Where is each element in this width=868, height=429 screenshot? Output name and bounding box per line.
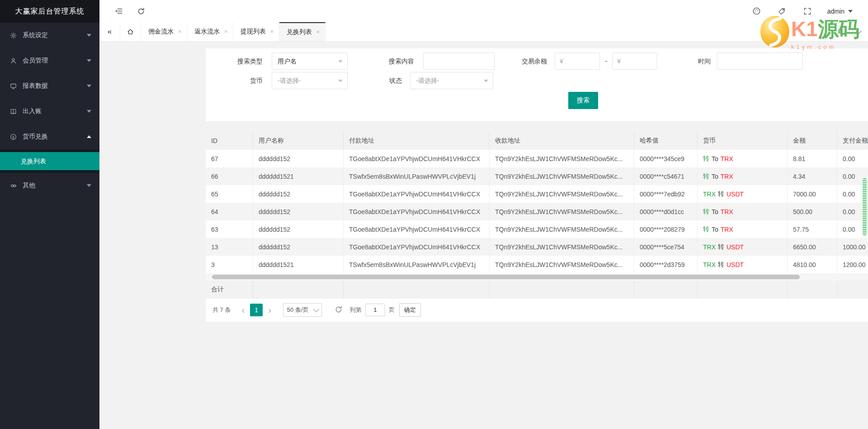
home-tab-icon[interactable] — [120, 22, 141, 41]
sidebar-item-other[interactable]: 其他 — [0, 173, 99, 198]
currency-segment: 转 — [703, 155, 709, 163]
theme-palette-icon[interactable] — [751, 6, 762, 17]
cell-username: dddddd1521 — [253, 256, 344, 273]
search-type-value: 用户名 — [278, 57, 297, 65]
time-label: 时间 — [661, 52, 711, 70]
page-size-select[interactable]: 50 条/页 — [283, 303, 322, 317]
svg-text:$: $ — [12, 135, 14, 139]
sidebar-item-account[interactable]: 出入账 — [0, 99, 99, 124]
search-button[interactable]: 搜索 — [568, 92, 598, 109]
column-header: ID — [206, 132, 253, 150]
chevron-down-icon — [87, 85, 91, 87]
table-row: 3dddddd1521TSwfx5em8sBxWinULPaswHWVPLcVj… — [206, 256, 868, 273]
cell-currency: TRX转USDT — [698, 256, 788, 273]
app-window: 大赢家后台管理系统 系统设定会员管理报表数据出入账$货币兑换兑换列表其他 — [0, 0, 868, 429]
amount-max-input[interactable] — [613, 53, 657, 69]
currency-segment: TRX — [721, 173, 733, 180]
totals-label-cell: 合计 — [206, 281, 253, 299]
search-content-input[interactable] — [424, 53, 494, 69]
currency-segment: 转 — [703, 208, 709, 216]
tab-佣金流水[interactable]: 佣金流水× — [141, 22, 187, 41]
vertical-scrollbar-thumb[interactable] — [863, 178, 867, 235]
status-label: 状态 — [345, 72, 402, 89]
tab-兑换列表[interactable]: 兑换列表× — [279, 22, 326, 41]
sidebar-item-member[interactable]: 会员管理 — [0, 48, 99, 73]
cell-hash: 0000****d0d1cc — [634, 203, 698, 220]
tabs-scroll-right-icon[interactable]: » — [830, 22, 849, 41]
tab-提现列表[interactable]: 提现列表× — [233, 22, 279, 41]
topbar: admin — [99, 0, 868, 22]
tab-list: 佣金流水×返水流水×提现列表×兑换列表× — [141, 22, 326, 41]
column-header: 付款地址 — [344, 132, 490, 150]
sidebar-item-label: 货币兑换 — [21, 133, 87, 141]
tab-label: 佣金流水 — [148, 28, 174, 36]
cell-hash: 0000****2d3759 — [634, 256, 698, 273]
prev-page-icon[interactable]: ‹ — [237, 305, 249, 315]
cell-pay-address: TGoe8abtXDe1aYPVhjwDCUmH641VHkrCCX — [344, 185, 490, 203]
sidebar-item-label: 报表数据 — [21, 82, 87, 90]
sidebar-item-system[interactable]: 系统设定 — [0, 23, 99, 48]
tab-close-icon[interactable]: × — [224, 29, 227, 35]
cell-hash: 0000****7edb92 — [634, 185, 698, 203]
cell-pay-address: TGoe8abtXDe1aYPVhjwDCUmH641VHkrCCX — [344, 203, 490, 220]
cell-hash: 0000****208279 — [634, 220, 698, 238]
tab-close-icon[interactable]: × — [316, 29, 320, 35]
pager-refresh-icon[interactable] — [335, 305, 344, 315]
totals-empty-cell — [634, 281, 698, 299]
totals-empty-cell — [698, 281, 788, 299]
table-row: 66dddddd1521TSwfx5em8sBxWinULPaswHWVPLcV… — [206, 167, 868, 185]
cell-pay-amount: 1200.00 — [837, 256, 868, 273]
sidebar-item-label: 出入账 — [21, 107, 87, 115]
chevron-down-icon — [848, 10, 853, 13]
currency-segment: TRX — [703, 191, 716, 198]
cell-hash: 0000****5ce754 — [634, 238, 698, 256]
tab-返水流水[interactable]: 返水流水× — [187, 22, 233, 41]
tabs-scroll-left-icon[interactable]: « — [99, 22, 120, 41]
collapse-menu-icon[interactable] — [113, 6, 124, 17]
tab-label: 兑换列表 — [287, 28, 312, 36]
tabbar: « 佣金流水×返水流水×提现列表×兑换列表× » — [99, 22, 868, 42]
goto-label: 到第 — [350, 306, 362, 314]
table-region: ID用户名称付款地址收款地址哈希值货币金额支付金额状态67dddddd152TG… — [206, 132, 868, 273]
cell-hash: 0000****c54671 — [634, 167, 698, 185]
goto-confirm-button[interactable]: 确定 — [399, 303, 421, 317]
cell-pay-address: TGoe8abtXDe1aYPVhjwDCUmH641VHkrCCX — [344, 238, 490, 256]
currency-select[interactable]: -请选择- — [272, 72, 348, 89]
tag-icon[interactable] — [777, 6, 788, 17]
totals-empty-cell — [253, 281, 344, 299]
sidebar-item-label: 会员管理 — [21, 57, 87, 65]
sidebar-item-report[interactable]: 报表数据 — [0, 73, 99, 99]
fullscreen-icon[interactable] — [802, 6, 813, 17]
search-type-select[interactable]: 用户名 — [272, 52, 348, 70]
cell-username: dddddd152 — [253, 150, 344, 167]
page-number-button[interactable]: 1 — [250, 304, 263, 316]
sidebar-item-exchange[interactable]: $货币兑换 — [0, 124, 99, 149]
sidebar-subitem-exchange-list[interactable]: 兑换列表 — [0, 152, 99, 170]
member-icon — [10, 57, 21, 64]
chevron-down-icon — [484, 80, 488, 82]
cell-amount: 8.81 — [788, 150, 837, 167]
tabs-menu-icon[interactable] — [849, 22, 868, 41]
currency-segment: To — [712, 208, 718, 215]
amount-min-input[interactable] — [555, 53, 599, 69]
time-input[interactable] — [717, 53, 802, 69]
user-menu[interactable]: admin — [827, 8, 853, 15]
cell-id: 13 — [206, 238, 253, 256]
horizontal-scrollbar-thumb[interactable] — [212, 275, 800, 279]
goto-page-input[interactable] — [365, 304, 385, 316]
tab-close-icon[interactable]: × — [178, 29, 181, 35]
refresh-icon[interactable] — [136, 6, 146, 17]
cell-currency: TRX转USDT — [698, 185, 788, 203]
cell-recv-address: TQn9Y2khEsLJW1ChVWFMSMeRDow5Kc... — [490, 203, 634, 220]
coin-icon: $ — [10, 133, 21, 140]
cell-amount: 57.75 — [788, 220, 837, 238]
status-select[interactable]: -请选择- — [410, 72, 493, 89]
table-row: 67dddddd152TGoe8abtXDe1aYPVhjwDCUmH641VH… — [206, 150, 868, 167]
currency-segment: TRX — [703, 243, 716, 251]
currency-segment: 转 — [718, 190, 724, 198]
cell-recv-address: TQn9Y2khEsLJW1ChVWFMSMeRDow5Kc... — [490, 167, 634, 185]
currency-segment: TRX — [703, 261, 716, 268]
tab-close-icon[interactable]: × — [270, 29, 274, 35]
next-page-icon[interactable]: › — [264, 305, 276, 315]
sidebar-submenu: 兑换列表 — [0, 149, 99, 173]
